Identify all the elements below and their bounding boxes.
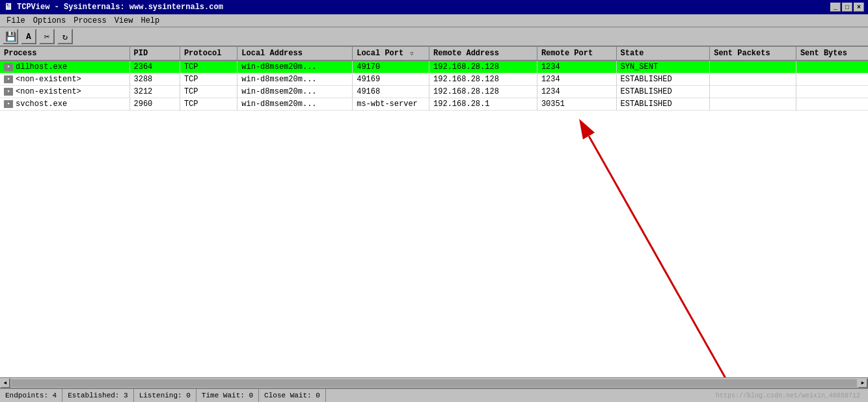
table-body: ▪dllhost.exe2364TCPwin-d8msem20m...49170… (0, 60, 868, 111)
cell-localPort: 49168 (353, 86, 429, 98)
cell-process: ▪svchost.exe (0, 98, 129, 111)
table-row[interactable]: ▪<non-existent>3288TCPwin-d8msem20m...49… (0, 74, 868, 86)
title-bar-controls: _ □ × (830, 3, 864, 12)
minimize-button[interactable]: _ (830, 3, 841, 12)
col-remote-address[interactable]: Remote Address (429, 47, 537, 60)
menu-help[interactable]: Help (137, 15, 163, 27)
col-state[interactable]: State (616, 47, 710, 60)
menu-process[interactable]: Process (70, 15, 110, 27)
sort-arrow-icon: ▽ (410, 51, 413, 57)
cell-sentPackets (710, 60, 796, 74)
watermark: https://blog.csdn.net/weixin_46650712 (711, 389, 868, 402)
cell-protocol: TCP (180, 60, 237, 74)
cell-protocol: TCP (180, 98, 237, 111)
cell-remotePort: 1234 (537, 60, 616, 74)
status-time-wait: Time Wait: 0 (197, 389, 259, 402)
cell-localPort: 49169 (353, 74, 429, 86)
process-icon: ▪ (4, 100, 13, 108)
menu-view[interactable]: View (111, 15, 137, 27)
cell-remotePort: 30351 (537, 98, 616, 111)
cell-localPort: ms-wbt-server (353, 98, 429, 111)
table-row[interactable]: ▪<non-existent>3212TCPwin-d8msem20m...49… (0, 86, 868, 98)
process-icon: ▪ (4, 63, 13, 71)
scroll-left-button[interactable]: ◄ (0, 378, 10, 388)
col-pid[interactable]: PID (129, 47, 180, 60)
toolbar: 💾 A ✂ ↻ (0, 27, 868, 47)
cell-localAddress: win-d8msem20m... (237, 74, 353, 86)
col-sent-bytes[interactable]: Sent Bytes (796, 47, 868, 60)
table-row[interactable]: ▪dllhost.exe2364TCPwin-d8msem20m...49170… (0, 60, 868, 74)
cell-sentBytes (796, 60, 868, 74)
table-container[interactable]: Process PID Protocol Local Address Local… (0, 47, 868, 377)
cell-sentPackets (710, 74, 796, 86)
maximize-button[interactable]: □ (842, 3, 852, 12)
cell-state: SYN_SENT (616, 60, 710, 74)
close-button[interactable]: × (854, 3, 864, 12)
cell-sentBytes (796, 98, 868, 111)
title-bar: 🖥 TCPView - Sysinternals: www.sysinterna… (0, 0, 868, 14)
scroll-right-button[interactable]: ► (858, 378, 868, 388)
cell-localAddress: win-d8msem20m... (237, 60, 353, 74)
table-row[interactable]: ▪svchost.exe2960TCPwin-d8msem20m...ms-wb… (0, 98, 868, 111)
cell-localAddress: win-d8msem20m... (237, 86, 353, 98)
menu-bar: File Options Process View Help (0, 14, 868, 27)
svg-line-1 (589, 136, 729, 377)
save-button[interactable]: 💾 (3, 29, 18, 44)
process-icon: ▪ (4, 75, 13, 83)
cell-process: ▪dllhost.exe (0, 60, 129, 74)
cell-sentPackets (710, 98, 796, 111)
cell-remoteAddress: 192.168.28.128 (429, 60, 537, 74)
process-icon: ▪ (4, 88, 13, 96)
main-content: Process PID Protocol Local Address Local… (0, 47, 868, 388)
connections-table: Process PID Protocol Local Address Local… (0, 47, 868, 111)
scroll-track[interactable] (11, 379, 857, 387)
cell-remoteAddress: 192.168.28.128 (429, 86, 537, 98)
cell-sentBytes (796, 86, 868, 98)
cell-sentPackets (710, 86, 796, 98)
cell-state: ESTABLISHED (616, 86, 710, 98)
cell-pid: 2960 (129, 98, 180, 111)
cell-state: ESTABLISHED (616, 74, 710, 86)
cell-protocol: TCP (180, 74, 237, 86)
cell-localAddress: win-d8msem20m... (237, 98, 353, 111)
col-process[interactable]: Process (0, 47, 129, 60)
cell-remoteAddress: 192.168.28.1 (429, 98, 537, 111)
scroll-area[interactable]: ◄ ► (0, 377, 868, 388)
col-remote-port[interactable]: Remote Port (537, 47, 616, 60)
status-bar: Endpoints: 4 Established: 3 Listening: 0… (0, 388, 868, 402)
cell-localPort: 49170 (353, 60, 429, 74)
cell-sentBytes (796, 74, 868, 86)
col-protocol[interactable]: Protocol (180, 47, 237, 60)
cut-button[interactable]: ✂ (39, 29, 55, 44)
status-established: Established: 3 (62, 389, 133, 402)
status-listening: Listening: 0 (134, 389, 197, 402)
title-bar-icon: 🖥 (4, 2, 13, 12)
title-bar-text: TCPView - Sysinternals: www.sysinternals… (17, 3, 223, 12)
status-endpoints: Endpoints: 4 (0, 389, 62, 402)
menu-file[interactable]: File (3, 15, 29, 27)
cell-pid: 3212 (129, 86, 180, 98)
cell-process: ▪<non-existent> (0, 74, 129, 86)
col-local-port[interactable]: Local Port ▽ (353, 47, 429, 60)
horizontal-scrollbar[interactable]: ◄ ► (0, 378, 868, 388)
cell-remoteAddress: 192.168.28.128 (429, 74, 537, 86)
cell-process: ▪<non-existent> (0, 86, 129, 98)
col-local-address[interactable]: Local Address (237, 47, 353, 60)
status-close-wait: Close Wait: 0 (259, 389, 326, 402)
capture-button[interactable]: A (21, 29, 36, 44)
table-header-row: Process PID Protocol Local Address Local… (0, 47, 868, 60)
col-sent-packets[interactable]: Sent Packets (710, 47, 796, 60)
cell-state: ESTABLISHED (616, 98, 710, 111)
refresh-button[interactable]: ↻ (57, 29, 73, 44)
menu-options[interactable]: Options (29, 15, 70, 27)
cell-remotePort: 1234 (537, 86, 616, 98)
cell-remotePort: 1234 (537, 74, 616, 86)
cell-pid: 3288 (129, 74, 180, 86)
cell-protocol: TCP (180, 86, 237, 98)
cell-pid: 2364 (129, 60, 180, 74)
